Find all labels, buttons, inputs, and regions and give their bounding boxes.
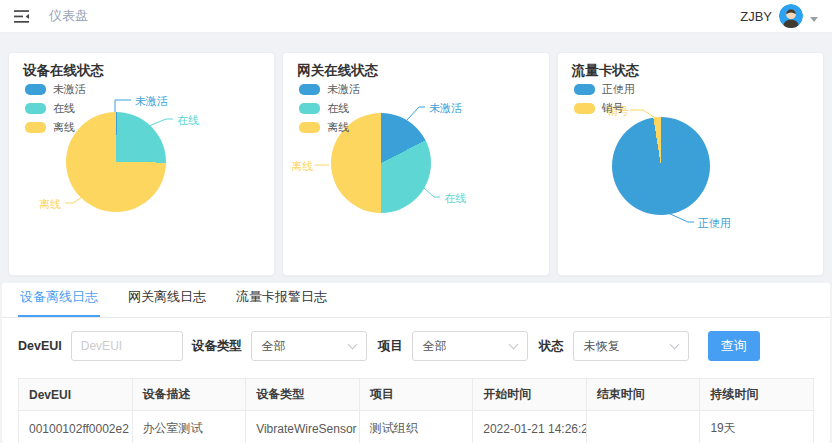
status-select[interactable]: 未恢复 <box>573 331 689 361</box>
status-label: 状态 <box>539 338 564 355</box>
col-duration: 持续时间 <box>700 379 814 411</box>
deveui-label: DevEUI <box>18 339 62 353</box>
legend: 未激活 在线 离线 <box>299 82 360 139</box>
legend: 未激活 在线 离线 <box>25 82 86 139</box>
legend: 正使用 销号 <box>574 82 635 120</box>
cell-duration: 19天 <box>700 411 814 443</box>
legend-item[interactable]: 未激活 <box>25 82 86 97</box>
tab-device-offline-log[interactable]: 设备离线日志 <box>18 283 100 317</box>
legend-label: 离线 <box>327 120 349 135</box>
col-project: 项目 <box>359 379 473 411</box>
legend-swatch <box>574 84 595 95</box>
cell-start-time: 2022-01-21 14:26:22 <box>473 411 587 443</box>
tab-gateway-offline-log[interactable]: 网关离线日志 <box>126 283 208 317</box>
pie-label: 在线 <box>177 113 199 128</box>
tab-sim-alarm-log[interactable]: 流量卡报警日志 <box>234 283 329 317</box>
legend-item[interactable]: 未激活 <box>299 82 360 97</box>
log-tabs: 设备离线日志 网关离线日志 流量卡报警日志 <box>2 283 830 318</box>
top-bar: 仪表盘 ZJBY <box>0 0 832 33</box>
legend-swatch <box>25 103 46 114</box>
logs-panel: 设备离线日志 网关离线日志 流量卡报警日志 DevEUI 设备类型 全部 项目 … <box>2 283 830 443</box>
query-button[interactable]: 查询 <box>708 331 760 361</box>
page-title: 仪表盘 <box>49 7 88 25</box>
cell-device-type: VibrateWireSensor <box>246 411 360 443</box>
cell-project: 测试组织 <box>359 411 473 443</box>
col-device-type: 设备类型 <box>246 379 360 411</box>
status-cards-row: 设备在线状态 未激活 在线 离线 未激活 在线 离线 网 <box>0 52 832 276</box>
pie-label: 离线 <box>39 197 61 212</box>
caret-down-icon[interactable] <box>810 17 818 22</box>
pie-label: 离线 <box>291 159 313 174</box>
gateway-status-card: 网关在线状态 未激活 在线 离线 未激活 在线 离线 <box>282 52 549 276</box>
col-device-desc: 设备描述 <box>132 379 246 411</box>
project-value: 全部 <box>423 338 447 355</box>
deveui-input[interactable] <box>71 331 183 361</box>
legend-label: 未激活 <box>327 82 360 97</box>
pie-label: 未激活 <box>429 101 462 116</box>
legend-label: 销号 <box>602 101 624 116</box>
offline-log-table: DevEUI 设备描述 设备类型 项目 开始时间 结束时间 持续时间 00100… <box>18 378 814 443</box>
legend-label: 在线 <box>327 101 349 116</box>
legend-item[interactable]: 离线 <box>25 120 86 135</box>
cell-device-desc: 办公室测试 <box>132 411 246 443</box>
device-status-card: 设备在线状态 未激活 在线 离线 未激活 在线 离线 <box>8 52 275 276</box>
menu-fold-icon[interactable] <box>14 10 29 23</box>
user-avatar[interactable] <box>779 4 803 28</box>
table-header-row: DevEUI 设备描述 设备类型 项目 开始时间 结束时间 持续时间 <box>19 379 814 411</box>
filter-bar: DevEUI 设备类型 全部 项目 全部 状态 未恢复 查询 <box>2 318 830 365</box>
username[interactable]: ZJBY <box>740 9 772 24</box>
project-select[interactable]: 全部 <box>412 331 528 361</box>
chevron-down-icon <box>347 340 357 350</box>
status-value: 未恢复 <box>584 338 620 355</box>
project-label: 项目 <box>378 338 403 355</box>
legend-swatch <box>299 103 320 114</box>
legend-swatch <box>299 122 320 133</box>
legend-swatch <box>574 103 595 114</box>
legend-swatch <box>25 122 46 133</box>
pie-sim-status[interactable] <box>612 117 710 215</box>
cell-deveui: 00100102ff0002e2 <box>19 411 133 443</box>
legend-label: 离线 <box>53 120 75 135</box>
legend-label: 正使用 <box>602 82 635 97</box>
legend-swatch <box>299 84 320 95</box>
pie-label: 未激活 <box>135 94 168 109</box>
cell-end-time <box>586 411 700 443</box>
col-deveui: DevEUI <box>19 379 133 411</box>
legend-item[interactable]: 离线 <box>299 120 360 135</box>
legend-item[interactable]: 在线 <box>25 101 86 116</box>
col-start-time: 开始时间 <box>473 379 587 411</box>
legend-swatch <box>25 84 46 95</box>
chevron-down-icon <box>508 340 518 350</box>
pie-label: 正使用 <box>698 216 731 231</box>
table-row[interactable]: 00100102ff0002e2 办公室测试 VibrateWireSensor… <box>19 411 814 443</box>
legend-item[interactable]: 正使用 <box>574 82 635 97</box>
device-type-select[interactable]: 全部 <box>251 331 367 361</box>
chevron-down-icon <box>669 340 679 350</box>
legend-label: 未激活 <box>53 82 86 97</box>
device-type-value: 全部 <box>262 338 286 355</box>
legend-item[interactable]: 在线 <box>299 101 360 116</box>
device-type-label: 设备类型 <box>192 338 242 355</box>
pie-label: 在线 <box>444 191 466 206</box>
legend-label: 在线 <box>53 101 75 116</box>
legend-item[interactable]: 销号 <box>574 101 635 116</box>
sim-card-status-card: 流量卡状态 正使用 销号 销号 正使用 <box>557 52 824 276</box>
col-end-time: 结束时间 <box>586 379 700 411</box>
